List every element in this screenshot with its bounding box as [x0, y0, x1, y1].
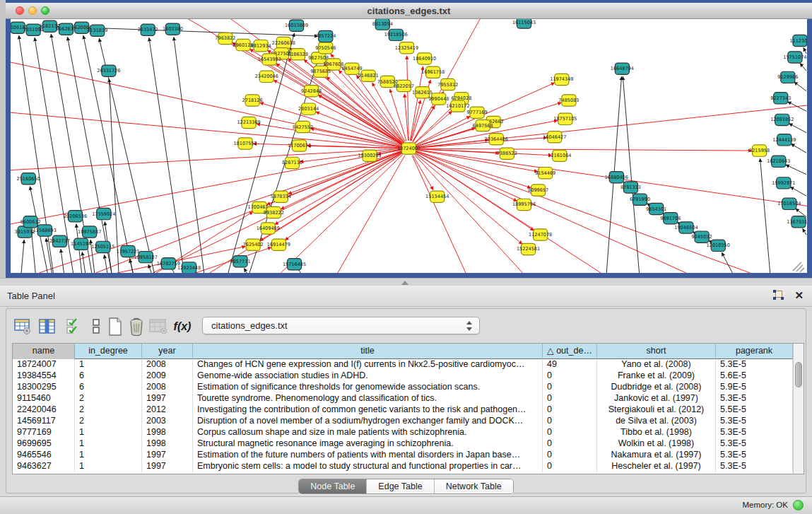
graph-node[interactable]: 7955812	[437, 78, 458, 90]
graph-node[interactable]: 9854301	[646, 203, 666, 214]
graph-node[interactable]: 15992971	[772, 177, 795, 189]
table-row[interactable]: 2242004622012Investigating the contribut…	[13, 404, 804, 416]
graph-node[interactable]: 9227343	[770, 93, 791, 104]
graph-node[interactable]: 11675317	[787, 216, 807, 228]
table-row[interactable]: 977716911998Corpus callosum shape and si…	[13, 427, 804, 438]
zoom-window-icon[interactable]	[41, 6, 49, 15]
graph-node[interactable]: 18107552	[233, 138, 257, 149]
delete-column-icon[interactable]	[126, 316, 147, 337]
graph-node[interactable]: 12505115	[91, 241, 114, 252]
minimize-window-icon[interactable]	[28, 6, 37, 15]
graph-node[interactable]: 9777169	[467, 107, 488, 118]
graph-node[interactable]: 2942737	[49, 235, 70, 247]
graph-node[interactable]: 11700676	[288, 140, 311, 151]
table-row[interactable]: 1938455462009Genome-wide association stu…	[13, 370, 804, 382]
table-row[interactable]: 946362711997Embryonic stem cells: a mode…	[13, 461, 804, 472]
graph-node[interactable]: 8215958	[749, 145, 770, 156]
graph-node[interactable]: 16033809	[285, 20, 308, 31]
graph-node[interactable]: 2803144	[298, 103, 319, 115]
graph-node[interactable]: 12325419	[395, 42, 418, 54]
graph-node[interactable]: 15751074	[783, 52, 806, 63]
graph-node[interactable]: 9875685	[310, 66, 331, 77]
graph-node[interactable]: 8131819	[87, 25, 107, 36]
close-panel-icon[interactable]: ✕	[794, 290, 804, 301]
memory-status-icon[interactable]	[793, 500, 804, 510]
tab-network-table[interactable]: Network Table	[435, 479, 513, 493]
divider-grip-icon[interactable]	[401, 281, 408, 285]
column-header-in_degree[interactable]: in_degree	[75, 344, 142, 359]
graph-node[interactable]: 1603380	[163, 23, 183, 35]
graph-node[interactable]: 17016504	[777, 198, 801, 209]
column-header-title[interactable]: title	[193, 344, 543, 359]
graph-node[interactable]: 15224581	[517, 243, 540, 255]
graph-node[interactable]: 8186328	[288, 49, 308, 60]
graph-node[interactable]: 9891706	[660, 213, 681, 224]
graph-node[interactable]: 20364486	[485, 134, 508, 145]
tab-edge-table[interactable]: Edge Table	[367, 479, 434, 493]
graph-node[interactable]: 16961758	[421, 66, 445, 78]
graph-node[interactable]: 9938222	[264, 206, 284, 218]
graph-node[interactable]: 16115043	[512, 19, 536, 28]
graph-node[interactable]: 18300295	[358, 150, 382, 161]
graph-node[interactable]: 25160650	[17, 173, 40, 185]
change-table-mode-icon[interactable]	[12, 316, 33, 337]
float-panel-icon[interactable]	[773, 290, 784, 301]
table-row[interactable]: 946554611997Estimation of the future num…	[13, 450, 804, 461]
graph-node[interactable]: 9242848	[301, 86, 322, 97]
column-header-year[interactable]: year	[142, 344, 193, 359]
graph-node[interactable]: 8267130	[282, 157, 302, 168]
column-header-pagerank[interactable]: pagerank	[716, 344, 793, 359]
graph-node[interactable]: 20206536	[64, 211, 87, 222]
graph-node[interactable]: 10975887	[78, 226, 101, 238]
graph-node[interactable]: 17359924	[92, 208, 115, 219]
graph-node[interactable]: 15716485	[283, 259, 306, 270]
graph-node[interactable]: 2633472	[138, 24, 158, 35]
graph-node[interactable]: 19218506	[384, 29, 408, 40]
tab-node-table[interactable]: Node Table	[299, 479, 367, 493]
graph-node[interactable]: 1145194	[71, 238, 91, 250]
panel-divider[interactable]	[0, 278, 812, 286]
graph-node[interactable]: 12213369	[237, 117, 260, 128]
close-window-icon[interactable]	[16, 6, 24, 15]
graph-node[interactable]: 16046427	[543, 132, 566, 143]
function-builder-icon[interactable]: f(x)	[172, 316, 193, 337]
graph-node[interactable]: 16860406	[605, 172, 628, 183]
column-header-out_degree[interactable]: △ out_de…	[543, 344, 597, 359]
graph-node[interactable]: 6497568	[473, 119, 493, 131]
graph-node[interactable]: 26331726	[97, 65, 120, 76]
table-selector-dropdown[interactable]: citations_edges.txt	[202, 317, 480, 334]
table-row[interactable]: 969969511998Structural magnetic resonanc…	[13, 438, 804, 450]
graph-node[interactable]: 16409489	[257, 223, 280, 234]
graph-node[interactable]: 8813054	[372, 19, 393, 30]
table-row[interactable]: 1456911722003Disruption of a novel membe…	[13, 416, 804, 427]
graph-node[interactable]: 7625402	[243, 239, 264, 250]
graph-node[interactable]: 7485083	[558, 95, 579, 106]
graph-node[interactable]: 16648794	[611, 63, 634, 74]
graph-node[interactable]: 12161064	[548, 150, 571, 161]
graph-node[interactable]: 7386522	[497, 148, 517, 159]
graph-node[interactable]: 9154469	[535, 168, 555, 179]
graph-node[interactable]: 18757105	[553, 113, 577, 124]
graph-node[interactable]: 7857224	[315, 30, 336, 42]
graph-node[interactable]: 19046504	[674, 222, 698, 233]
graph-node[interactable]: 12923448	[177, 262, 201, 273]
graph-node[interactable]: 5878334	[271, 191, 291, 202]
scrollbar-thumb[interactable]	[795, 362, 802, 387]
window-titlebar[interactable]: citations_edges.txt	[6, 3, 812, 19]
graph-node[interactable]: 8791313	[620, 182, 641, 193]
select-all-icon[interactable]	[63, 316, 84, 337]
table-row[interactable]: 1830029562008Estimation of significance …	[13, 382, 804, 393]
graph-node[interactable]: 1112303	[789, 35, 807, 46]
table-scrollbar[interactable]	[793, 344, 804, 474]
graph-node[interactable]: 12444139	[772, 134, 796, 146]
table-row[interactable]: 1872400712008Changes of HCN gene express…	[13, 359, 804, 370]
graph-node[interactable]: 8099657	[528, 185, 548, 196]
graph-node[interactable]: 12093852	[770, 114, 794, 125]
unselect-all-icon[interactable]	[86, 316, 107, 337]
graph-node[interactable]: 9750546	[315, 42, 336, 54]
column-header-short[interactable]: short	[597, 344, 716, 359]
graph-node[interactable]: 8822057	[394, 80, 414, 91]
graph-node[interactable]: 22260638	[272, 37, 295, 48]
create-column-icon[interactable]	[105, 316, 126, 337]
graph-node[interactable]: 9129966	[777, 71, 798, 83]
